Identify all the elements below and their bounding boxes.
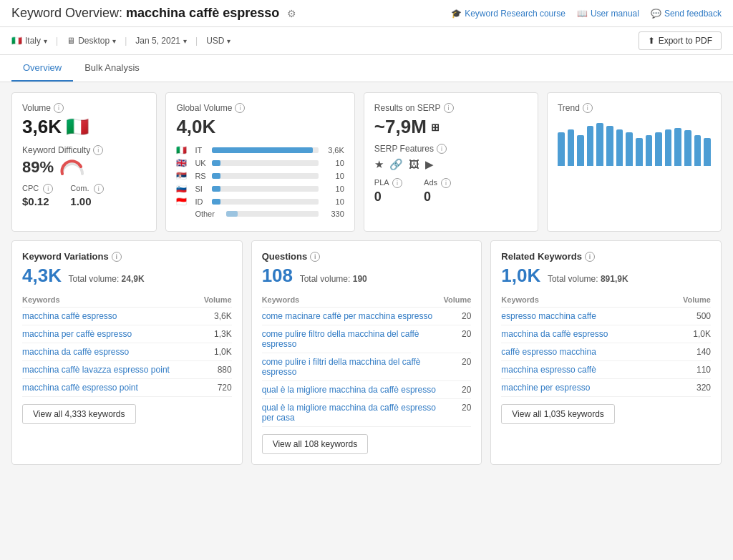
keyword-research-link[interactable]: 🎓 Keyword Research course: [451, 9, 565, 19]
trend-bar: [704, 138, 711, 166]
ads-info-icon[interactable]: i: [441, 178, 451, 188]
trend-bar: [626, 132, 633, 166]
tab-bar: Overview Bulk Analysis: [0, 55, 733, 82]
rk-volume-cell: 1,0K: [667, 325, 711, 343]
serp-info-icon[interactable]: i: [444, 103, 454, 113]
trend-bar: [606, 126, 613, 166]
rk-volume-cell: 140: [667, 343, 711, 361]
kv-info-icon[interactable]: i: [112, 252, 122, 262]
kv-volume-cell: 3,6K: [198, 308, 232, 325]
country-selector[interactable]: 🇮🇹 Italy ▾: [11, 36, 47, 46]
send-feedback-link[interactable]: 💬 Send feedback: [651, 9, 722, 19]
italy-flag-volume-icon: 🇮🇹: [66, 116, 89, 138]
table-row: macchine per espresso320: [501, 379, 711, 397]
volume-card: Volume i 3,6K 🇮🇹 Keyword Difficulty i 89…: [11, 92, 157, 232]
kv-total: Total volume: 24,9K: [69, 274, 145, 284]
global-volume-card: Global Volume i 4,0K 🇮🇹 IT 3,6K 🇬🇧 UK 10: [165, 92, 354, 232]
kv-keyword-link[interactable]: macchina caffè espresso: [22, 311, 117, 321]
kd-info-icon[interactable]: i: [93, 145, 103, 155]
rk-info-icon[interactable]: i: [585, 252, 595, 262]
pla-info-icon[interactable]: i: [392, 178, 402, 188]
kv-title: Keyword Variations i: [22, 251, 232, 262]
export-icon: ⬆: [648, 36, 655, 46]
bar-row-it: 🇮🇹 IT 3,6K: [176, 145, 344, 155]
tab-overview[interactable]: Overview: [11, 55, 73, 82]
serp-value: ~7,9M ⊞: [374, 116, 528, 138]
rk-keyword-link[interactable]: espresso macchina caffe: [501, 311, 596, 321]
kv-table: Keywords Volume macchina caffè espresso3…: [22, 293, 232, 397]
q-total: Total volume: 190: [300, 274, 367, 284]
settings-icon[interactable]: ⚙: [287, 8, 296, 19]
kd-gauge-icon: [59, 159, 85, 175]
com-value: 1.00: [70, 195, 103, 207]
trend-bar: [596, 123, 603, 166]
q-keyword-link[interactable]: qual è la migliore macchina da caffè esp…: [262, 385, 436, 395]
q-keyword-link[interactable]: come pulire filtro della macchina del ca…: [262, 329, 419, 349]
kv-keyword-link[interactable]: macchina caffè espresso point: [22, 383, 138, 393]
star-icon: ★: [374, 158, 384, 171]
q-view-all-button[interactable]: View all 108 keywords: [262, 434, 369, 454]
kv-keyword-link[interactable]: macchina per caffè espresso: [22, 329, 132, 339]
uk-flag-icon: 🇬🇧: [176, 158, 190, 168]
rk-volume-cell: 500: [667, 308, 711, 325]
questions-card: Questions i 108 Total volume: 190 Keywor…: [251, 240, 482, 465]
q-keyword-link[interactable]: come macinare caffè per macchina espress…: [262, 311, 433, 321]
link-icon: 🔗: [389, 158, 403, 171]
book-icon: 📖: [577, 9, 588, 19]
currency-selector[interactable]: USD ▾: [206, 36, 230, 46]
serp-features-info-icon[interactable]: i: [437, 144, 447, 154]
ads-item: Ads i 0: [424, 178, 451, 205]
serp-features-label: SERP Features i: [374, 144, 528, 154]
serp-grid-icon[interactable]: ⊞: [431, 122, 440, 133]
rk-count: 1,0K: [501, 265, 540, 286]
table-row: macchina da caffè espresso1,0K: [22, 343, 232, 361]
bar-row-id: 🇮🇩 ID 10: [176, 197, 344, 207]
user-manual-link[interactable]: 📖 User manual: [577, 9, 639, 19]
top-cards-row: Volume i 3,6K 🇮🇹 Keyword Difficulty i 89…: [11, 92, 722, 232]
kv-keyword-link[interactable]: macchina caffè lavazza espresso point: [22, 365, 170, 375]
rk-title: Related Keywords i: [501, 251, 711, 262]
page-title-area: Keyword Overview: macchina caffè espress…: [11, 6, 296, 21]
device-selector[interactable]: 🖥 Desktop ▾: [67, 36, 116, 46]
q-volume-cell: 20: [443, 325, 471, 353]
date-selector[interactable]: Jan 5, 2021 ▾: [135, 36, 187, 46]
rk-col-volume: Volume: [667, 293, 711, 308]
q-info-icon[interactable]: i: [310, 252, 320, 262]
trend-info-icon[interactable]: i: [583, 103, 593, 113]
table-row: come pulire filtro della macchina del ca…: [262, 325, 472, 353]
trend-bar: [684, 130, 691, 166]
sub-bar: 🇮🇹 Italy ▾ | 🖥 Desktop ▾ | Jan 5, 2021 ▾…: [0, 27, 733, 55]
rk-keyword-link[interactable]: macchina espresso caffè: [501, 365, 596, 375]
trend-label: Trend i: [558, 103, 711, 113]
q-keyword-link[interactable]: qual è la migliore macchina da caffè esp…: [262, 403, 436, 423]
rk-keyword-link[interactable]: macchina da caffè espresso: [501, 329, 608, 339]
image-icon: 🖼: [409, 158, 419, 171]
q-col-volume: Volume: [443, 293, 471, 308]
global-volume-info-icon[interactable]: i: [235, 103, 245, 113]
trend-bar: [674, 128, 681, 166]
kv-header-row: 4,3K Total volume: 24,9K: [22, 265, 232, 287]
rk-keyword-link[interactable]: caffè espresso macchina: [501, 347, 596, 357]
q-volume-cell: 20: [443, 381, 471, 399]
cpc-info-icon[interactable]: i: [43, 184, 53, 194]
kv-keyword-link[interactable]: macchina da caffè espresso: [22, 347, 129, 357]
q-keyword-link[interactable]: come pulire i filtri della macchina del …: [262, 357, 421, 377]
tab-bulk-analysis[interactable]: Bulk Analysis: [73, 55, 151, 82]
com-info-icon[interactable]: i: [94, 184, 104, 194]
trend-chart: [558, 116, 711, 166]
table-row: espresso macchina caffe500: [501, 308, 711, 325]
rk-view-all-button[interactable]: View all 1,035 keywords: [501, 404, 615, 424]
bar-row-rs: 🇷🇸 RS 10: [176, 171, 344, 181]
table-row: macchina caffè espresso point720: [22, 379, 232, 397]
export-pdf-button[interactable]: ⬆ Export to PDF: [639, 31, 722, 50]
kv-view-all-button[interactable]: View all 4,333 keywords: [22, 404, 136, 424]
desktop-icon: 🖥: [67, 36, 75, 46]
rk-total: Total volume: 891,9K: [548, 274, 628, 284]
rk-keyword-link[interactable]: macchine per espresso: [501, 383, 590, 393]
kv-col-volume: Volume: [198, 293, 232, 308]
pla-value: 0: [374, 190, 402, 205]
trend-bar: [655, 132, 662, 166]
volume-info-icon[interactable]: i: [54, 103, 64, 113]
kv-col-keywords: Keywords: [22, 293, 198, 308]
trend-card: Trend i: [547, 92, 722, 232]
